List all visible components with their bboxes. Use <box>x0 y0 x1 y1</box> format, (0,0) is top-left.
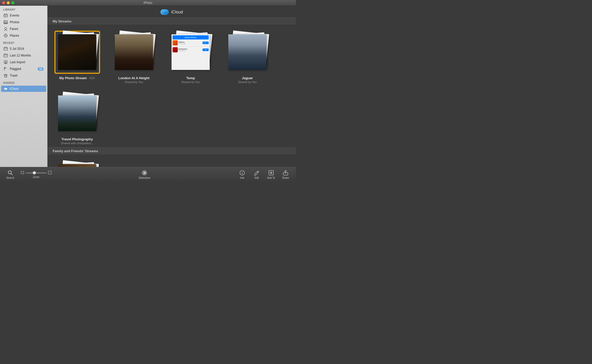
svg-rect-13 <box>4 54 7 57</box>
svg-point-9 <box>5 27 7 29</box>
events-label: Events <box>10 14 19 17</box>
appstore-row-2: PicPlayPost Photography FREE <box>173 47 209 52</box>
window-title: iPhoto <box>143 1 152 5</box>
recent-section-label: RECENT <box>0 39 47 45</box>
sidebar-item-lastimport[interactable]: Last Import <box>1 59 46 65</box>
stream-name-travel: Travel Photography <box>61 137 93 141</box>
bookshelf-photo <box>58 34 96 70</box>
edit-button[interactable]: Edit <box>252 170 262 179</box>
icloud-header-icon <box>160 9 169 15</box>
stream-item-london[interactable]: London At A Height Shared by You <box>109 30 158 84</box>
share-button[interactable]: Share <box>280 170 291 179</box>
appstore-photo-inner: Stream ●iPhone Halftone Photography FREE <box>172 34 210 70</box>
aerial-photo <box>228 34 266 70</box>
my-streams-header: My Streams <box>47 18 296 25</box>
stream-sub-jaguar: Shared by You <box>238 80 257 84</box>
stream-sub-temp: Shared by You <box>181 80 200 84</box>
library-section-label: LIBRARY <box>0 6 47 12</box>
play-icon <box>141 170 148 176</box>
icloud-header: iCloud <box>47 6 296 18</box>
add-to-label: Add To <box>267 176 275 179</box>
svg-rect-0 <box>4 14 7 17</box>
titlebar: iPhoto <box>0 0 296 6</box>
zoom-slider-row <box>21 171 52 175</box>
sidebar-item-faces[interactable]: Faces <box>1 26 46 32</box>
search-label: Search <box>6 176 14 179</box>
sidebar-item-icloud[interactable]: iCloud <box>1 86 46 92</box>
stream-thumbnail-my-photo-stream <box>53 30 102 74</box>
info-button[interactable]: i Info <box>237 170 247 179</box>
photo-front-london <box>115 34 153 70</box>
stream-thumbnail-jaguar <box>223 30 272 74</box>
trash-label: Trash <box>10 74 18 77</box>
stream-name-jaguar: Jaguar <box>242 76 253 80</box>
photo-stack-travel <box>56 93 99 133</box>
toolbar-left: Search Zoom <box>5 170 52 179</box>
app-icon-halftone <box>173 40 178 45</box>
zoom-slider[interactable] <box>26 173 46 173</box>
places-label: Places <box>10 34 19 37</box>
stream-item-friend-1[interactable] <box>53 160 102 167</box>
photo-stack <box>56 32 99 72</box>
share-icon <box>282 170 289 176</box>
sidebar-item-trash[interactable]: Trash <box>1 72 46 79</box>
sidebar-item-last12months[interactable]: Last 12 Months <box>1 52 46 59</box>
svg-rect-5 <box>5 16 6 16</box>
photo-front-travel <box>58 95 96 131</box>
faces-label: Faces <box>10 27 18 31</box>
appstore-photo: Stream ●iPhone Halftone Photography FREE <box>172 34 210 70</box>
stream-item-travel[interactable]: Travel Photography Shared with chrisprak… <box>53 91 102 145</box>
toolbar: Search Zoom <box>0 167 296 182</box>
minimize-button[interactable] <box>7 1 10 4</box>
info-label: Info <box>240 176 245 179</box>
import-icon <box>4 60 8 64</box>
stream-thumbnail-friend-1 <box>53 160 102 167</box>
svg-rect-2 <box>6 14 7 15</box>
places-icon <box>4 34 8 38</box>
photo-front-jaguar <box>228 34 266 70</box>
photo-front-temp: Stream ●iPhone Halftone Photography FREE <box>172 34 210 70</box>
stream-item-temp[interactable]: Stream ●iPhone Halftone Photography FREE <box>166 30 215 84</box>
titlebar-buttons <box>2 1 14 4</box>
appstore-row-1: Halftone Photography FREE <box>173 40 209 45</box>
appstore-bar: Stream ●iPhone <box>173 35 209 39</box>
search-button[interactable]: Search <box>5 170 15 179</box>
photo-stack-friend-1 <box>56 162 99 167</box>
sidebar-item-flagged[interactable]: Flagged 12 <box>1 66 46 72</box>
icloud-sidebar-icon <box>4 87 8 91</box>
photo-stack-jaguar <box>226 32 269 72</box>
stream-thumbnail-london <box>109 30 158 74</box>
add-to-icon <box>268 170 274 176</box>
stream-item-jaguar[interactable]: Jaguar Shared by You <box>223 30 272 84</box>
svg-text:i: i <box>242 171 243 175</box>
stream-item-my-photo-stream[interactable]: My Photo Stream 604 <box>53 30 102 84</box>
zoom-label: Zoom <box>33 176 39 179</box>
edit-icon <box>254 170 260 176</box>
maximize-button[interactable] <box>11 1 14 4</box>
sidebar: LIBRARY Events <box>0 6 47 167</box>
sidebar-item-photos[interactable]: Photos <box>1 19 46 25</box>
sidebar-item-events[interactable]: Events <box>1 12 46 19</box>
zoom-control: Zoom <box>21 171 52 179</box>
sidebar-item-places[interactable]: Places <box>1 33 46 39</box>
photo-front <box>58 34 96 70</box>
5jul2014-label: 5 Jul 2014 <box>10 47 24 51</box>
trash-icon <box>4 74 8 78</box>
search-icon <box>7 170 13 176</box>
share-label: Share <box>282 176 289 179</box>
slideshow-button[interactable]: Slideshow <box>139 170 150 179</box>
close-button[interactable] <box>2 1 5 4</box>
slideshow-label: Slideshow <box>139 176 150 179</box>
shared-section-label: SHARED <box>0 79 47 85</box>
content-area: iCloud My Streams <box>47 6 296 167</box>
snow-photo <box>58 95 96 131</box>
sidebar-item-5jul2014[interactable]: 5 Jul 2014 <box>1 46 46 52</box>
icloud-sidebar-label: iCloud <box>10 87 19 91</box>
icloud-title: iCloud <box>171 10 183 14</box>
add-to-button[interactable]: Add To <box>266 170 276 179</box>
edit-label: Edit <box>254 176 259 179</box>
photo-stack-london <box>113 32 155 72</box>
stream-sub-travel: Shared with chrisprakos... <box>61 142 94 145</box>
stream-name-my-photo-stream: My Photo Stream <box>59 76 87 80</box>
stream-thumbnail-travel <box>53 91 102 135</box>
